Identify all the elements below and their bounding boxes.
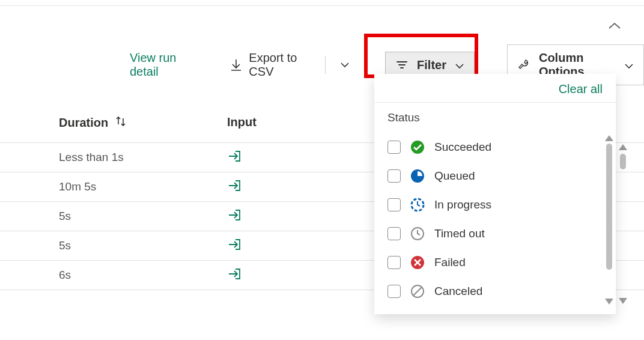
page-scrollbar[interactable] bbox=[619, 144, 627, 304]
filter-option[interactable]: In progress bbox=[387, 190, 605, 219]
view-input-button[interactable] bbox=[168, 267, 348, 284]
column-header-duration-label: Duration bbox=[59, 116, 108, 130]
cell-duration: Less than 1s bbox=[0, 151, 168, 164]
chevron-down-icon bbox=[455, 58, 464, 72]
status-icon bbox=[410, 140, 425, 154]
view-input-button[interactable] bbox=[168, 150, 348, 166]
column-header-duration[interactable]: Duration bbox=[0, 115, 168, 130]
filter-option[interactable]: Canceled bbox=[387, 277, 605, 306]
column-header-input[interactable]: Input bbox=[168, 115, 348, 130]
collapse-caret-icon[interactable] bbox=[608, 22, 621, 30]
status-icon bbox=[410, 169, 425, 183]
scroll-down-icon[interactable] bbox=[619, 298, 627, 304]
filter-option[interactable]: Succeeded bbox=[387, 133, 605, 162]
filter-options-list: Succeeded Queued In progress Timed out F… bbox=[374, 130, 616, 317]
scroll-up-icon[interactable] bbox=[605, 135, 613, 141]
clear-all-link[interactable]: Clear all bbox=[559, 82, 603, 96]
cell-duration: 6s bbox=[0, 269, 168, 282]
filter-option-label: Succeeded bbox=[434, 141, 491, 154]
view-input-button[interactable] bbox=[168, 238, 348, 254]
view-input-button[interactable] bbox=[168, 208, 348, 225]
view-input-button[interactable] bbox=[168, 179, 348, 195]
filter-option-label: Timed out bbox=[434, 227, 485, 240]
filter-panel: Clear all Status Succeeded Queued In pro… bbox=[374, 74, 616, 314]
checkbox[interactable] bbox=[387, 227, 401, 240]
status-icon bbox=[410, 284, 425, 299]
filter-option[interactable]: Failed bbox=[387, 248, 605, 277]
chevron-down-icon bbox=[624, 58, 634, 72]
checkbox[interactable] bbox=[387, 141, 401, 154]
filter-icon bbox=[395, 58, 409, 71]
export-dropdown-caret[interactable] bbox=[340, 62, 350, 68]
cell-duration: 10m 5s bbox=[0, 180, 168, 193]
filter-section-title: Status bbox=[374, 103, 616, 130]
cell-duration: 5s bbox=[0, 239, 168, 252]
column-header-input-label: Input bbox=[227, 115, 257, 129]
status-icon bbox=[410, 198, 425, 212]
scroll-down-icon[interactable] bbox=[605, 299, 613, 305]
export-csv-button[interactable]: Export to CSV bbox=[229, 51, 313, 79]
filter-label: Filter bbox=[417, 58, 446, 72]
filter-option[interactable]: Queued bbox=[387, 162, 605, 190]
filter-option[interactable]: Timed out bbox=[387, 219, 605, 248]
scroll-thumb[interactable] bbox=[620, 154, 626, 169]
status-icon bbox=[410, 255, 425, 270]
scroll-thumb[interactable] bbox=[606, 144, 612, 270]
filter-option-label: In progress bbox=[434, 198, 491, 211]
svg-point-0 bbox=[411, 141, 424, 154]
separator bbox=[325, 56, 326, 74]
download-icon bbox=[229, 58, 243, 71]
sort-icon bbox=[115, 115, 126, 130]
wrench-icon bbox=[517, 58, 530, 71]
checkbox[interactable] bbox=[387, 285, 401, 298]
filter-option-label: Canceled bbox=[434, 285, 482, 298]
export-csv-label: Export to CSV bbox=[249, 51, 313, 79]
panel-scrollbar[interactable] bbox=[605, 135, 613, 305]
top-divider bbox=[0, 5, 644, 6]
view-run-detail-link[interactable]: View run detail bbox=[130, 51, 199, 79]
checkbox[interactable] bbox=[387, 198, 401, 211]
cell-duration: 5s bbox=[0, 210, 168, 223]
checkbox[interactable] bbox=[387, 169, 401, 183]
scroll-up-icon[interactable] bbox=[619, 144, 627, 150]
filter-option-label: Queued bbox=[434, 169, 475, 183]
filter-option-label: Failed bbox=[434, 256, 466, 269]
status-icon bbox=[410, 226, 425, 241]
checkbox[interactable] bbox=[387, 256, 401, 269]
